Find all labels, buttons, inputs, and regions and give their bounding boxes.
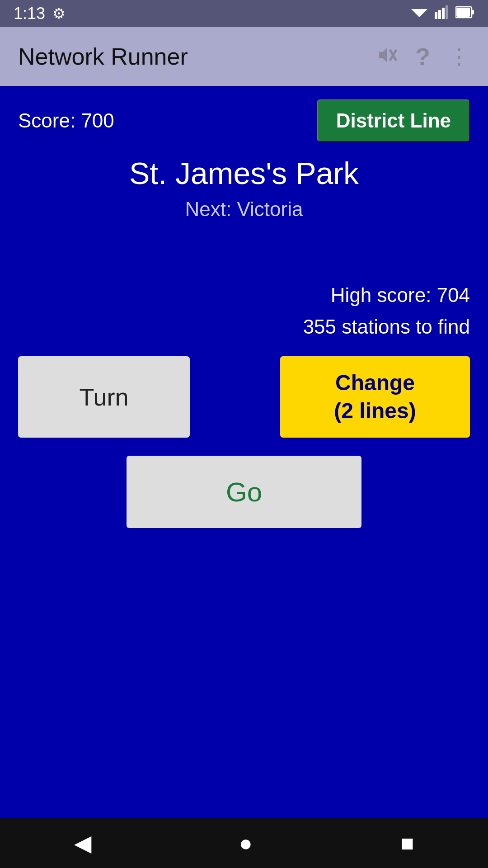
status-left: 1:13 ⚙ xyxy=(14,4,66,23)
station-section: St. James's Park Next: Victoria xyxy=(18,156,470,221)
status-right xyxy=(411,5,474,22)
go-button[interactable]: Go xyxy=(127,456,361,528)
back-button[interactable]: ◀ xyxy=(74,830,91,856)
station-name: St. James's Park xyxy=(129,156,359,191)
district-line-badge[interactable]: District Line xyxy=(317,99,470,142)
score-label: Score: 700 xyxy=(18,109,114,132)
app-bar-icons: ? ⋮ xyxy=(375,42,470,71)
change-button-line2: (2 lines) xyxy=(280,397,470,425)
app-title: Network Runner xyxy=(18,43,188,70)
help-icon[interactable]: ? xyxy=(415,42,430,71)
more-options-icon[interactable]: ⋮ xyxy=(448,44,470,69)
wifi-icon xyxy=(411,5,427,22)
change-button[interactable]: Change (2 lines) xyxy=(280,356,470,438)
signal-icon xyxy=(435,5,448,22)
high-score-label: High score: 704 xyxy=(331,284,470,307)
stations-to-find-label: 355 stations to find xyxy=(303,316,470,338)
mute-icon[interactable] xyxy=(375,44,397,69)
svg-rect-4 xyxy=(446,5,448,19)
next-station-label: Next: Victoria xyxy=(185,198,303,221)
turn-button[interactable]: Turn xyxy=(18,356,190,438)
status-bar: 1:13 ⚙ xyxy=(0,0,488,27)
svg-marker-0 xyxy=(411,9,427,17)
main-content: Score: 700 District Line St. James's Par… xyxy=(0,86,488,818)
status-time: 1:13 xyxy=(14,4,45,23)
stats-section: High score: 704 355 stations to find xyxy=(18,284,470,338)
recents-button[interactable]: ■ xyxy=(400,830,414,856)
go-row: Go xyxy=(18,456,470,528)
svg-rect-1 xyxy=(435,12,437,19)
settings-icon: ⚙ xyxy=(52,5,66,22)
home-button[interactable]: ● xyxy=(239,830,253,856)
svg-rect-2 xyxy=(438,10,441,19)
svg-marker-8 xyxy=(379,48,387,62)
app-bar: Network Runner ? ⋮ xyxy=(0,27,488,86)
bottom-nav: ◀ ● ■ xyxy=(0,818,488,868)
buttons-row: Turn Change (2 lines) xyxy=(18,356,470,438)
score-row: Score: 700 District Line xyxy=(18,99,470,142)
change-button-line1: Change xyxy=(280,369,470,397)
svg-rect-7 xyxy=(456,8,470,17)
svg-rect-3 xyxy=(442,8,445,19)
battery-icon xyxy=(455,6,474,22)
svg-rect-6 xyxy=(472,10,474,14)
